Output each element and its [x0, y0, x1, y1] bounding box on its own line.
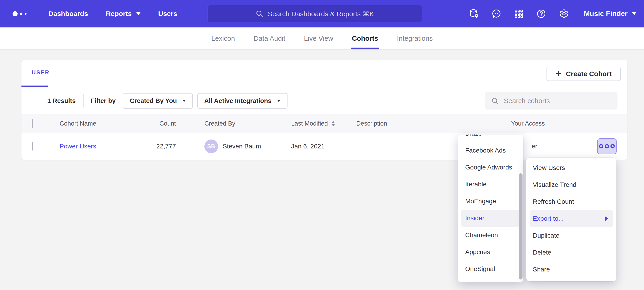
navbar-right: Music Finder: [469, 0, 644, 28]
tab-user-cohorts[interactable]: USER: [32, 69, 50, 76]
submenu-item-insider[interactable]: Insider: [461, 210, 520, 227]
chevron-down-icon: [632, 12, 636, 15]
chevron-down-icon: [277, 100, 281, 102]
header-your-access: Your Access: [505, 120, 592, 127]
created-by-name: Steven Baum: [223, 143, 261, 150]
submenu-arrow-icon: [605, 216, 608, 221]
filter-by-label: Filter by: [91, 97, 116, 104]
primary-nav: Dashboards Reports Users: [48, 10, 177, 18]
menu-item-refresh-count[interactable]: Refresh Count: [526, 193, 616, 210]
table-row-power-users: Power Users 22,777 SB Steven Baum Jan 6,…: [22, 133, 627, 160]
header-created-by: Created By: [178, 120, 286, 127]
active-tab-underline: [22, 86, 48, 87]
logo-dot-large: [12, 11, 18, 16]
cohort-search-input[interactable]: [504, 97, 612, 105]
navbar-left: Dashboards Reports Users: [0, 0, 177, 28]
logo-dot-medium: [20, 13, 22, 15]
nav-reports[interactable]: Reports: [106, 10, 140, 18]
apps-grid-icon[interactable]: [514, 9, 524, 19]
chevron-down-icon: [182, 100, 186, 102]
avatar: SB: [204, 139, 218, 153]
cohorts-card-header: USER + Create Cohort: [22, 60, 627, 87]
submenu-scrollbar-thumb[interactable]: [519, 173, 522, 279]
submenu-item-facebook-ads[interactable]: Facebook Ads: [458, 142, 524, 159]
cohort-search-bar: [485, 92, 618, 109]
header-count: Count: [146, 120, 178, 127]
sort-icon[interactable]: [332, 121, 335, 126]
help-icon[interactable]: [536, 9, 546, 19]
tab-data-audit[interactable]: Data Audit: [253, 28, 286, 49]
global-search-bar[interactable]: Search Dashboards & Reports ⌘K: [207, 5, 422, 22]
submenu-item-onesignal[interactable]: OneSignal: [458, 260, 524, 277]
cohort-count: 22,777: [146, 143, 178, 150]
project-switcher[interactable]: Music Finder: [584, 10, 636, 18]
menu-item-visualize-trend[interactable]: Visualize Trend: [526, 176, 616, 193]
cohort-actions-menu: View Users Visualize Trend Refresh Count…: [526, 158, 616, 281]
nav-users[interactable]: Users: [158, 10, 177, 18]
nav-dashboards[interactable]: Dashboards: [48, 10, 88, 18]
ellipsis-dot: [605, 144, 609, 149]
last-modified-date: Jan 6, 2021: [286, 143, 351, 150]
results-count: 1 Results: [47, 97, 76, 104]
submenu-item-google-adwords[interactable]: Google Adwords: [458, 159, 524, 176]
menu-item-export-to[interactable]: Export to...: [530, 210, 613, 227]
mixpanel-logo[interactable]: [12, 11, 34, 16]
export-destination-submenu: Braze Facebook Ads Google Adwords Iterab…: [458, 134, 524, 282]
header-description: Description: [351, 120, 505, 127]
submenu-item-braze[interactable]: Braze: [458, 134, 524, 142]
header-last-modified[interactable]: Last Modified: [286, 120, 351, 127]
data-settings-icon[interactable]: [469, 9, 479, 19]
cohort-name-link[interactable]: Power Users: [60, 143, 96, 150]
feedback-icon[interactable]: [491, 9, 502, 19]
row-actions-ellipsis-button[interactable]: [597, 138, 616, 154]
settings-gear-icon[interactable]: [558, 9, 569, 19]
top-navbar: Dashboards Reports Users Search Dashboar…: [0, 0, 644, 28]
plus-icon: +: [556, 69, 561, 78]
ellipsis-dot: [610, 144, 615, 149]
chevron-down-icon: [136, 12, 140, 15]
tab-live-view[interactable]: Live View: [303, 28, 334, 49]
search-icon: [491, 97, 499, 105]
cohorts-card: USER + Create Cohort 1 Results Filter by…: [22, 60, 627, 160]
tab-integrations[interactable]: Integrations: [396, 28, 434, 49]
menu-item-view-users[interactable]: View Users: [526, 160, 616, 176]
submenu-item-iterable[interactable]: Iterable: [458, 176, 524, 193]
submenu-item-moengage[interactable]: MoEngage: [458, 193, 524, 210]
menu-item-duplicate[interactable]: Duplicate: [526, 227, 616, 244]
integrations-filter-dropdown[interactable]: All Active Integrations: [197, 93, 288, 109]
tab-lexicon[interactable]: Lexicon: [210, 28, 236, 49]
header-cohort-name: Cohort Name: [49, 120, 146, 127]
data-management-tabs: Lexicon Data Audit Live View Cohorts Int…: [0, 28, 644, 50]
logo-dot-small: [25, 13, 26, 15]
created-by-filter-dropdown[interactable]: Created By You: [123, 93, 193, 109]
submenu-item-appcues[interactable]: Appcues: [458, 244, 524, 260]
table-header-row: Cohort Name Count Created By Last Modifi…: [22, 114, 627, 133]
submenu-item-chameleon[interactable]: Chameleon: [458, 227, 524, 244]
menu-item-share[interactable]: Share: [526, 261, 616, 278]
tab-cohorts[interactable]: Cohorts: [351, 28, 379, 49]
search-icon: [255, 10, 264, 18]
project-name: Music Finder: [584, 10, 628, 18]
row-checkbox[interactable]: [32, 142, 33, 151]
menu-item-delete[interactable]: Delete: [526, 244, 616, 261]
filter-toolbar: 1 Results Filter by Created By You All A…: [22, 87, 627, 114]
app-root: Dashboards Reports Users Search Dashboar…: [0, 0, 644, 290]
divider: [83, 94, 84, 107]
select-all-checkbox[interactable]: [32, 119, 33, 128]
global-search-placeholder: Search Dashboards & Reports ⌘K: [268, 10, 374, 18]
create-cohort-button[interactable]: + Create Cohort: [546, 67, 621, 81]
ellipsis-dot: [599, 144, 603, 149]
